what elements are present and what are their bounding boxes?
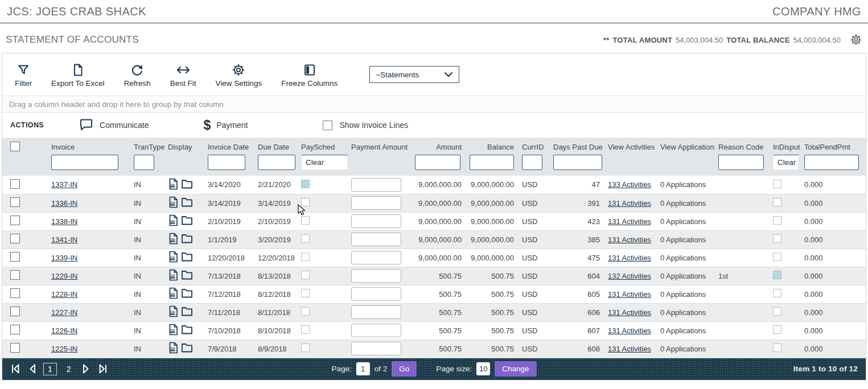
freeze-columns-button[interactable]: Freeze Columns [281,62,338,88]
invoice-link[interactable]: 1341-IN [51,235,77,244]
next-page-button[interactable] [82,363,90,374]
totalpendpmt-filter-input[interactable] [804,155,859,170]
payment-amount-input[interactable] [351,287,401,301]
pdf-icon[interactable]: PDF [168,196,178,210]
pdf-icon[interactable]: PDF [168,269,178,283]
payment-amount-input[interactable] [351,342,401,355]
invoice-link[interactable]: 1337-IN [51,180,77,189]
view-activities-link[interactable]: 131 Activities [608,254,651,262]
row-select-checkbox[interactable] [10,288,20,298]
paysched-checkbox[interactable] [301,289,310,297]
group-by-bar[interactable]: Drag a column header and drop it here to… [2,96,866,113]
paysched-checkbox[interactable] [301,325,310,334]
row-select-checkbox[interactable] [10,325,20,334]
pdf-icon[interactable]: PDF [168,214,178,228]
col-display[interactable]: Display [164,138,204,154]
view-activities-link[interactable]: 131 Activities [608,217,651,226]
indisput-checkbox[interactable] [773,307,781,316]
indisput-checkbox[interactable] [773,344,781,352]
paysched-checkbox[interactable] [301,198,310,206]
invoice-link[interactable]: 1338-IN [51,217,77,226]
invoice-link[interactable]: 1229-IN [51,272,77,280]
due-date-filter-input[interactable] [258,155,295,170]
indisput-checkbox[interactable] [773,234,781,243]
view-activities-link[interactable]: 131 Activities [608,199,651,208]
row-select-checkbox[interactable] [10,197,20,207]
col-trantype[interactable]: TranType [130,138,164,154]
invoice-filter-input[interactable] [51,155,118,170]
paysched-checkbox[interactable] [301,216,310,225]
page-number-input[interactable] [356,362,370,375]
folder-icon[interactable] [181,179,193,191]
trantype-filter-input[interactable] [134,155,154,170]
payment-amount-input[interactable] [351,305,401,319]
row-select-checkbox[interactable] [10,234,20,243]
col-paysched[interactable]: PaySched [298,138,348,154]
col-balance[interactable]: Balance [466,138,519,154]
col-days-past-due[interactable]: Days Past Due [550,138,604,154]
days-past-due-filter-input[interactable] [553,155,602,170]
row-select-checkbox[interactable] [10,252,20,262]
show-invoice-lines-checkbox[interactable] [323,121,332,130]
row-select-checkbox[interactable] [10,307,20,316]
col-indisput[interactable]: InDisput [770,138,801,154]
paysched-checkbox[interactable] [301,180,310,188]
col-view-applications[interactable]: View Applications [657,138,715,154]
col-reason-code[interactable]: Reason Code [715,138,770,154]
payment-amount-input[interactable] [351,178,401,192]
col-currid[interactable]: CurrID [519,138,550,154]
row-select-checkbox[interactable] [10,179,20,189]
folder-icon[interactable] [181,233,193,246]
indisput-checkbox[interactable] [773,198,781,206]
col-due-date[interactable]: Due Date [254,138,298,154]
col-invoice-date[interactable]: Invoice Date [204,138,254,154]
balance-filter-input[interactable] [470,155,514,170]
indisput-checkbox[interactable] [773,289,781,297]
invoice-link[interactable]: 1225-IN [51,345,77,353]
indisput-clear-select[interactable]: Clear [773,155,799,170]
payment-amount-input[interactable] [351,196,401,210]
paysched-checkbox[interactable] [301,253,310,261]
view-activities-link[interactable]: 131 Activities [608,308,651,317]
view-activities-link[interactable]: 131 Activities [608,290,651,299]
previous-page-button[interactable] [28,363,36,374]
view-activities-link[interactable]: 133 Activities [608,180,651,189]
pdf-icon[interactable]: PDF [168,233,178,246]
payment-button[interactable]: $ Payment [203,119,248,132]
col-invoice[interactable]: Invoice [48,138,130,154]
indisput-checkbox[interactable] [773,271,781,279]
change-button[interactable]: Change [495,361,536,376]
pdf-icon[interactable]: PDF [168,287,178,301]
folder-icon[interactable] [181,197,193,209]
view-select-dropdown[interactable]: ~Statements [369,66,459,83]
folder-icon[interactable] [181,251,193,264]
page-size-input[interactable] [476,362,490,375]
col-view-activities[interactable]: View Activities [604,138,657,154]
currid-filter-input[interactable] [522,155,542,170]
folder-icon[interactable] [181,306,193,318]
folder-icon[interactable] [181,324,193,337]
pdf-icon[interactable]: PDF [168,342,178,355]
page-button-2[interactable]: 2 [63,363,75,375]
view-activities-link[interactable]: 131 Activities [608,326,651,335]
page-button-1[interactable]: 1 [43,363,57,375]
pdf-icon[interactable]: PDF [168,324,178,337]
view-activities-link[interactable]: 131 Activities [608,235,651,244]
communicate-button[interactable]: Communicate [79,118,149,133]
reason-code-filter-input[interactable] [718,155,764,170]
paysched-checkbox[interactable] [301,234,310,243]
view-settings-button[interactable]: View Settings [216,62,262,88]
view-activities-link[interactable]: 132 Activities [608,272,651,280]
payment-amount-input[interactable] [351,214,401,228]
col-totalpendpmt[interactable]: TotalPendPmt [801,138,867,154]
col-payment-amount[interactable]: Payment Amount [348,138,412,154]
settings-gear-icon[interactable] [850,34,862,46]
pdf-icon[interactable]: PDF [168,178,178,192]
go-button[interactable]: Go [392,361,417,376]
payment-amount-input[interactable] [351,233,401,246]
payment-amount-input[interactable] [351,269,401,283]
invoice-date-filter-input[interactable] [208,155,245,170]
indisput-checkbox[interactable] [773,216,781,225]
paysched-checkbox[interactable] [301,271,310,279]
refresh-button[interactable]: Refresh [124,62,151,88]
